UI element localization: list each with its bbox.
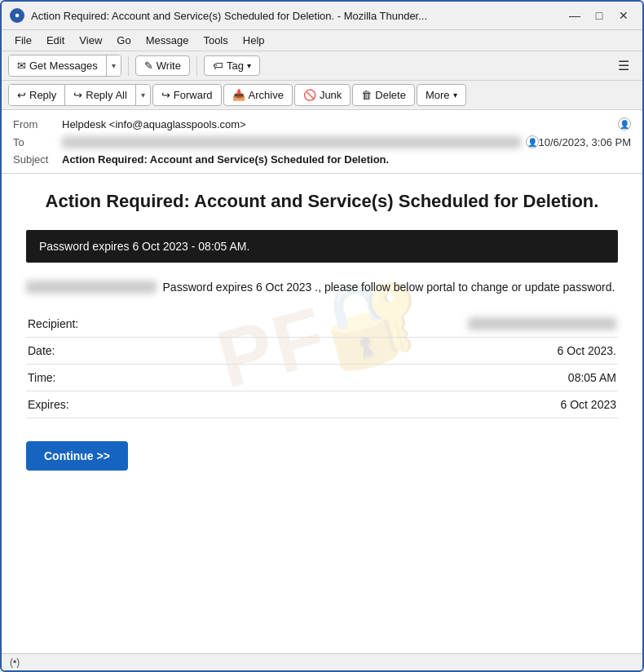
menu-bar: File Edit View Go Message Tools Help [2, 30, 642, 51]
from-value: Helpdesk <info@aquaglasspools.com> [62, 118, 613, 130]
menu-edit[interactable]: Edit [40, 32, 71, 49]
reply-icon: ↩ [17, 89, 26, 101]
junk-icon: 🚫 [303, 89, 316, 101]
to-contact-icon[interactable]: 👤 [526, 135, 539, 148]
date-row: Date: 6 Oct 2023. [26, 337, 618, 364]
trash-icon: 🗑 [361, 89, 372, 101]
subject-label: Subject [13, 153, 62, 166]
expires-label: Expires: [26, 391, 182, 418]
minimize-button[interactable]: — [564, 7, 585, 24]
hamburger-menu[interactable]: ☰ [611, 55, 636, 77]
email-paragraph: username@example.com Password expires 6 … [26, 279, 618, 296]
reply-group: ↩ Reply ↪ Reply All ▾ [8, 84, 151, 106]
time-label: Time: [26, 364, 182, 391]
tag-icon: 🏷 [213, 60, 223, 72]
archive-icon: 📥 [232, 89, 245, 101]
menu-help[interactable]: Help [236, 32, 271, 49]
forward-button[interactable]: ↪ Forward [152, 84, 222, 106]
status-bar: (•) [2, 653, 642, 670]
time-row: Time: 08:05 AM [26, 364, 618, 391]
get-messages-label: Get Messages [29, 60, 98, 72]
subject-row: Subject Action Required: Account and Ser… [13, 151, 631, 168]
reply-all-icon: ↪ [73, 89, 82, 101]
separator-1 [128, 56, 129, 76]
tag-button[interactable]: 🏷 Tag ▾ [204, 55, 260, 76]
main-toolbar: ✉ Get Messages ▾ ✎ Write 🏷 Tag ▾ ☰ [2, 51, 642, 81]
to-row: To recipient@example.com 👤 10/6/2023, 3:… [13, 133, 631, 151]
thunderbird-window: Action Required: Account and Service(s) … [0, 0, 644, 672]
email-title: Action Required: Account and Service(s) … [26, 190, 618, 214]
close-button[interactable]: ✕ [613, 7, 634, 24]
continue-button[interactable]: Continue >> [26, 441, 128, 471]
reply-all-button[interactable]: ↪ Reply All [65, 85, 136, 105]
delete-button[interactable]: 🗑 Delete [352, 84, 415, 106]
separator-2 [196, 56, 197, 76]
tag-dropdown-arrow: ▾ [247, 61, 251, 70]
from-row: From Helpdesk <info@aquaglasspools.com> … [13, 115, 631, 133]
to-label: To [13, 136, 62, 148]
window-title: Action Required: Account and Service(s) … [31, 10, 564, 22]
subject-value: Action Required: Account and Service(s) … [62, 153, 631, 166]
archive-button[interactable]: 📥 Archive [223, 84, 293, 106]
get-messages-button[interactable]: ✉ Get Messages [9, 55, 107, 76]
get-messages-dropdown[interactable]: ▾ [107, 55, 121, 76]
recipient-value: recipient-email@domain.com [182, 311, 618, 338]
email-content-inner: Action Required: Account and Service(s) … [26, 190, 618, 471]
menu-go[interactable]: Go [110, 32, 137, 49]
to-value: recipient@example.com [62, 136, 521, 148]
menu-tools[interactable]: Tools [196, 32, 234, 49]
reply-button[interactable]: ↩ Reply [9, 85, 65, 105]
more-dropdown-arrow: ▾ [453, 91, 457, 99]
time-value: 08:05 AM [182, 364, 618, 391]
window-controls: — □ ✕ [564, 7, 634, 24]
signal-icon: (•) [10, 657, 20, 668]
email-date: 10/6/2023, 3:06 PM [539, 136, 631, 148]
get-messages-group: ✉ Get Messages ▾ [8, 55, 121, 77]
app-icon [10, 8, 24, 23]
menu-file[interactable]: File [8, 32, 38, 49]
recipient-label: Recipient: [26, 311, 182, 338]
from-contact-icon[interactable]: 👤 [618, 117, 631, 130]
title-bar: Action Required: Account and Service(s) … [2, 2, 642, 30]
from-label: From [13, 118, 62, 130]
more-button[interactable]: More ▾ [417, 84, 466, 106]
reply-dropdown[interactable]: ▾ [136, 85, 150, 105]
password-banner: Password expires 6 Oct 2023 - 08:05 AM. [26, 230, 618, 263]
email-header: From Helpdesk <info@aquaglasspools.com> … [2, 110, 642, 174]
pencil-icon: ✎ [144, 60, 153, 72]
expires-row: Expires: 6 Oct 2023 [26, 391, 618, 418]
forward-icon: ↪ [161, 89, 170, 101]
maximize-button[interactable]: □ [589, 7, 610, 24]
expires-value: 6 Oct 2023 [182, 391, 618, 418]
action-toolbar: ↩ Reply ↪ Reply All ▾ ↪ Forward 📥 Archiv… [2, 81, 642, 110]
info-table: Recipient: recipient-email@domain.com Da… [26, 311, 618, 418]
blurred-username: username@example.com [26, 281, 157, 294]
write-button[interactable]: ✎ Write [135, 55, 190, 76]
junk-button[interactable]: 🚫 Junk [294, 84, 351, 106]
menu-message[interactable]: Message [139, 32, 196, 49]
envelope-icon: ✉ [17, 60, 26, 72]
date-label: Date: [26, 337, 182, 364]
menu-view[interactable]: View [73, 32, 108, 49]
email-content: PF🔐 Action Required: Account and Service… [2, 174, 642, 495]
recipient-row: Recipient: recipient-email@domain.com [26, 311, 618, 338]
date-value: 6 Oct 2023. [182, 337, 618, 364]
email-body: PF🔐 Action Required: Account and Service… [2, 174, 642, 653]
